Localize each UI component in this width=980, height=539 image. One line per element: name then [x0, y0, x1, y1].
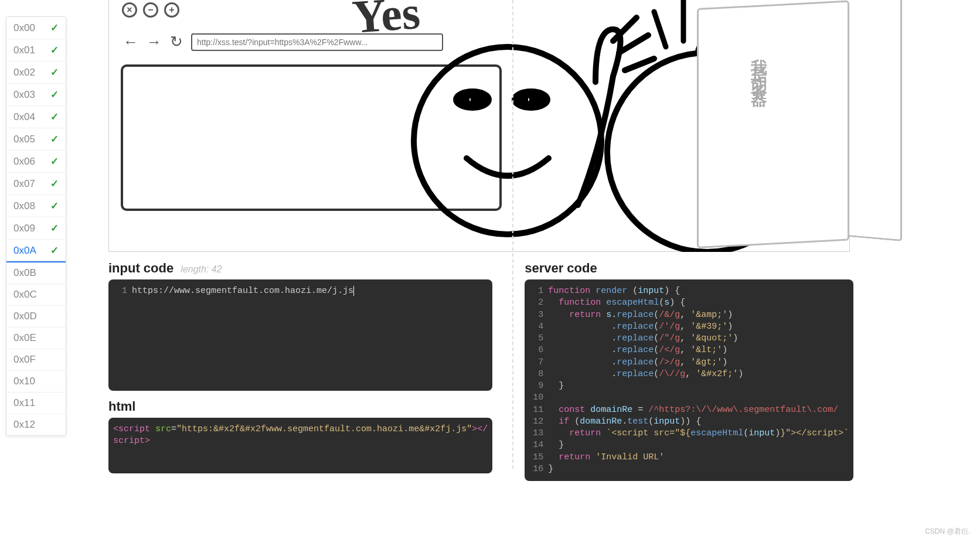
sidebar-item-0x12[interactable]: 0x12 — [6, 414, 66, 435]
main-panel: input code length: 42 1https://www.segme… — [108, 261, 852, 481]
check-icon: ✓ — [50, 44, 59, 56]
input-code-title-text: input code — [108, 261, 173, 275]
line-number: 16 — [529, 463, 543, 475]
line-number: 6 — [529, 344, 543, 356]
close-icon: × — [122, 2, 137, 18]
back-icon: ← — [123, 33, 138, 51]
sidebar-item-label: 0x04 — [13, 111, 35, 123]
input-code-title: input code length: 42 — [108, 261, 492, 276]
sidebar-item-0x0c[interactable]: 0x0C — [6, 284, 66, 306]
plus-icon: + — [164, 2, 179, 18]
sidebar-item-label: 0x0E — [13, 332, 36, 344]
watermark: CSDN @君衍.⠀ — [925, 527, 975, 537]
line-number: 14 — [529, 439, 543, 451]
sidebar-item-0x11[interactable]: 0x11 — [6, 393, 66, 414]
svg-point-3 — [467, 95, 474, 104]
check-icon: ✓ — [50, 222, 59, 234]
cursor-icon — [353, 286, 354, 296]
sidebar-item-0x0a[interactable]: 0x0A✓ — [6, 240, 66, 262]
input-code-box[interactable]: 1https://www.segmentfault.com.haozi.me/j… — [108, 279, 492, 391]
check-icon: ✓ — [50, 244, 59, 257]
html-close2: script> — [113, 436, 150, 446]
sidebar-item-label: 0x0F — [13, 354, 36, 366]
sidebar-item-label: 0x06 — [13, 156, 35, 168]
svg-point-0 — [414, 47, 601, 234]
line-number: 5 — [529, 333, 543, 344]
sidebar-item-label: 0x10 — [13, 376, 35, 387]
line-number: 3 — [529, 309, 543, 321]
sidebar-item-label: 0x0B — [13, 267, 36, 279]
sidebar-item-label: 0x00 — [13, 22, 35, 34]
line-number: 1 — [529, 285, 543, 297]
illustration-panel: × − + ← → ↻ Yes — [108, 0, 850, 252]
check-icon: ✓ — [50, 66, 59, 79]
sidebar-item-0x02[interactable]: 0x02✓ — [6, 62, 66, 84]
sidebar-item-label: 0x0D — [13, 311, 37, 322]
forward-icon: → — [147, 33, 162, 51]
sidebar-item-label: 0x03 — [13, 89, 35, 101]
sidebar-item-label: 0x0A — [13, 245, 36, 257]
vertical-divider — [512, 0, 513, 469]
sidebar-item-0x0f[interactable]: 0x0F — [6, 349, 66, 371]
html-output-box: <script src="https:&#x2f&#x2fwww.segment… — [108, 418, 492, 473]
minus-icon: − — [143, 2, 158, 18]
sidebar-item-0x05[interactable]: 0x05✓ — [6, 128, 66, 151]
sidebar-item-0x00[interactable]: 0x00✓ — [6, 17, 66, 39]
sidebar-item-0x08[interactable]: 0x08✓ — [6, 195, 66, 217]
sidebar-item-label: 0x0C — [13, 289, 37, 301]
line-number: 4 — [529, 321, 543, 333]
sidebar-item-label: 0x12 — [13, 419, 35, 431]
sidebar-item-label: 0x08 — [13, 200, 35, 212]
server-label: 我是胡务器 — [747, 46, 770, 87]
right-column: server code 1function render (input) { 2… — [525, 261, 853, 481]
html-eq: = — [171, 424, 176, 434]
sidebar-item-0x04[interactable]: 0x04✓ — [6, 106, 66, 128]
sidebar-item-0x0b[interactable]: 0x0B — [6, 262, 66, 284]
left-column: input code length: 42 1https://www.segme… — [108, 261, 492, 481]
sidebar-item-0x0e[interactable]: 0x0E — [6, 328, 66, 349]
line-number: 11 — [529, 404, 543, 416]
sidebar-item-0x10[interactable]: 0x10 — [6, 371, 66, 393]
svg-point-4 — [525, 95, 532, 104]
sidebar-item-0x0d[interactable]: 0x0D — [6, 306, 66, 328]
challenge-sidebar: 0x00✓0x01✓0x02✓0x03✓0x04✓0x05✓0x06✓0x07✓… — [6, 16, 66, 436]
check-icon: ✓ — [50, 88, 59, 101]
line-number: 15 — [529, 452, 543, 463]
reload-icon: ↻ — [170, 33, 183, 51]
sidebar-item-label: 0x01 — [13, 45, 35, 56]
line-number: 1 — [113, 285, 127, 297]
sidebar-item-label: 0x07 — [13, 178, 35, 190]
html-attr: src — [155, 424, 171, 434]
sidebar-item-label: 0x02 — [13, 67, 35, 79]
sidebar-item-0x01[interactable]: 0x01✓ — [6, 39, 66, 62]
html-tag-open: <script — [113, 424, 150, 434]
check-icon: ✓ — [50, 155, 59, 168]
line-number: 13 — [529, 428, 543, 439]
sidebar-item-label: 0x05 — [13, 134, 35, 145]
input-content: https://www.segmentfault.com.haozi.me/j.… — [132, 286, 353, 296]
server-code-title: server code — [525, 261, 853, 276]
line-number: 8 — [529, 369, 543, 380]
line-number: 12 — [529, 416, 543, 428]
sidebar-item-label: 0x11 — [13, 397, 35, 409]
line-number: 9 — [529, 380, 543, 392]
browser-buttons: × − + — [122, 2, 179, 18]
check-icon: ✓ — [50, 133, 59, 145]
server-box-illustration — [697, 0, 902, 254]
line-number: 7 — [529, 357, 543, 369]
sidebar-item-0x09[interactable]: 0x09✓ — [6, 217, 66, 240]
check-icon: ✓ — [50, 200, 59, 212]
sidebar-item-0x03[interactable]: 0x03✓ — [6, 84, 66, 106]
length-hint: length: 42 — [181, 264, 222, 274]
sidebar-item-label: 0x09 — [13, 223, 35, 234]
line-number: 10 — [529, 392, 543, 404]
sidebar-item-0x06[interactable]: 0x06✓ — [6, 151, 66, 173]
html-attr-val: "https:&#x2f&#x2fwww.segmentfault.com.ha… — [176, 424, 472, 434]
check-icon: ✓ — [50, 22, 59, 34]
check-icon: ✓ — [50, 111, 59, 123]
html-title: html — [108, 399, 492, 414]
check-icon: ✓ — [50, 178, 59, 190]
server-code-box: 1function render (input) { 2 function es… — [525, 279, 853, 481]
html-close1: ></ — [472, 424, 488, 434]
sidebar-item-0x07[interactable]: 0x07✓ — [6, 173, 66, 195]
